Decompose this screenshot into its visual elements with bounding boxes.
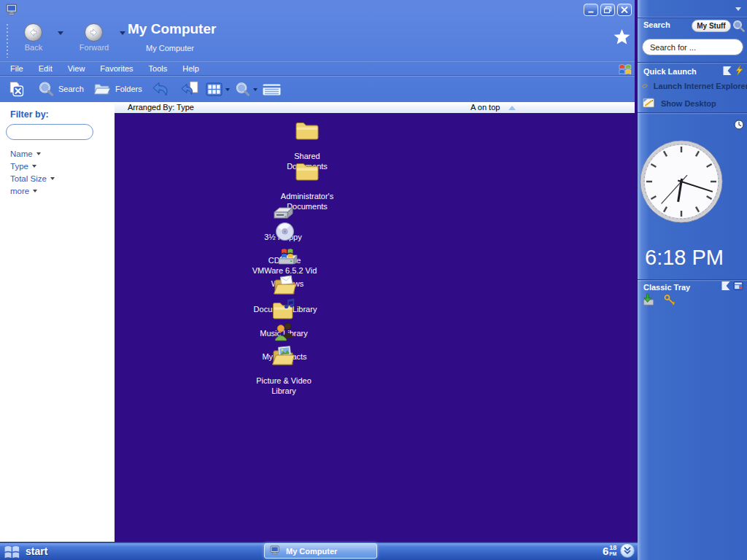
file-item: Picture & VideoLibrary (115, 113, 635, 542)
search-button[interactable]: Search (38, 81, 84, 97)
magnifier-icon (235, 82, 250, 97)
toolbar-grip[interactable] (7, 24, 8, 58)
taskbar-clock-ampm: PM (609, 551, 616, 556)
back-dropdown-icon[interactable] (58, 31, 63, 35)
page-title: My Computer (128, 21, 216, 37)
desktop: Back Forward My Computer My Computer Fil… (0, 0, 747, 560)
sidebar-search-icon (732, 20, 745, 35)
sidebar-menu-arrow-icon[interactable] (735, 7, 741, 11)
show-desktop-icon (642, 97, 655, 109)
folders-button-label: Folders (115, 85, 142, 93)
taskbar-clock[interactable]: 6 18 PM (603, 543, 616, 559)
sort-order-label[interactable]: A on top (471, 102, 500, 113)
filter-input[interactable] (6, 124, 93, 140)
panel-icon[interactable] (721, 281, 732, 291)
navigation-band: Back Forward My Computer My Computer (0, 20, 635, 61)
list-header-bar: Arranged By: Type A on top (115, 102, 635, 113)
details-view-button[interactable] (262, 83, 282, 96)
dropdown-caret-icon (50, 177, 55, 180)
keys-tray-icon[interactable] (663, 294, 678, 306)
folders-icon (93, 82, 111, 96)
forward-arrow-icon (88, 27, 99, 38)
filter-panel-title: Filter by: (10, 109, 49, 120)
sidebar-search-input[interactable] (642, 39, 743, 55)
search-button-label: Search (58, 85, 84, 93)
taskbar-clock-minute: 18 (609, 545, 616, 551)
views-dropdown-icon[interactable] (225, 88, 230, 91)
lightning-icon[interactable] (735, 65, 744, 76)
tray-window-icon[interactable] (733, 281, 744, 291)
taskbar-clock-hour: 6 (603, 543, 608, 559)
task-button-label: My Computer (286, 547, 337, 556)
analog-clock[interactable] (639, 139, 724, 224)
views-button[interactable] (206, 82, 230, 96)
computer-icon (270, 545, 281, 556)
computer-icon (6, 4, 19, 20)
filter-link-more[interactable]: more (10, 187, 55, 195)
dropdown-caret-icon (32, 165, 36, 168)
views-icon (206, 82, 222, 96)
menu-tools[interactable]: Tools (149, 64, 168, 73)
quick-launch-item-show-desktop[interactable]: Show Desktop (642, 97, 747, 109)
close-button[interactable] (617, 4, 632, 16)
forward-button[interactable] (85, 23, 103, 42)
details-view-icon (262, 83, 282, 96)
back-button-label: Back (12, 43, 55, 52)
back-arrow-icon (28, 27, 39, 38)
move-to-icon (179, 80, 200, 98)
mini-clock-icon[interactable] (734, 120, 744, 133)
close-pane-button[interactable] (8, 81, 24, 97)
menu-edit[interactable]: Edit (39, 64, 53, 73)
dropdown-caret-icon (36, 152, 41, 155)
sidebar-top-strip (638, 0, 747, 18)
undo-arrow-icon (152, 80, 171, 98)
menu-help[interactable]: Help (182, 64, 199, 73)
menu-favorites[interactable]: Favorites (100, 64, 133, 73)
clock-time-text: 6:18 PM (638, 246, 731, 270)
search-tool-button[interactable] (235, 82, 258, 97)
search-icon (38, 81, 54, 97)
folder-pictures-icon[interactable] (271, 345, 297, 367)
start-button[interactable]: start (0, 542, 47, 560)
green-arrow-tray-icon[interactable] (642, 293, 655, 306)
taskbar: start My Computer 6 18 PM (0, 542, 638, 560)
filter-link-total-size[interactable]: Total Size (10, 174, 55, 183)
favorites-star-icon[interactable] (614, 28, 630, 47)
title-bar[interactable] (0, 0, 635, 20)
menu-view[interactable]: View (68, 64, 85, 73)
classic-tray-header: Classic Tray (643, 283, 690, 292)
file-list: SharedDocumentsAdministrator'sDocuments3… (115, 113, 635, 542)
toolbar: Search Folders (0, 75, 635, 102)
close-pane-icon (8, 81, 24, 97)
my-computer-window: Back Forward My Computer My Computer Fil… (0, 0, 635, 542)
sidebar-search-header: Search (643, 20, 670, 29)
restore-button[interactable] (600, 4, 615, 16)
filter-link-name[interactable]: Name (10, 149, 55, 158)
my-stuff-button[interactable]: My Stuff (692, 20, 731, 32)
filter-link-type[interactable]: Type (10, 162, 55, 171)
minimize-button[interactable] (584, 4, 598, 16)
quick-launch-label: Show Desktop (661, 99, 716, 108)
sidebar: Search My Stuff Quick Launch e Launch In… (638, 0, 747, 560)
start-button-label: start (26, 545, 47, 557)
panel-icon[interactable] (722, 66, 733, 76)
sidebar-divider (638, 62, 747, 64)
sort-ascending-icon[interactable] (508, 106, 516, 110)
move-to-button[interactable] (179, 80, 200, 98)
menu-bar: FileEditViewFavoritesToolsHelp (0, 61, 635, 75)
task-button-my-computer[interactable]: My Computer (264, 543, 377, 559)
menu-file[interactable]: File (10, 64, 23, 73)
taskbar-chevron-button[interactable] (620, 543, 635, 558)
forward-dropdown-icon[interactable] (120, 31, 125, 35)
undo-arrow-button[interactable] (152, 80, 171, 98)
arranged-by-label[interactable]: Arranged By: Type (128, 102, 194, 113)
quick-launch-header-icons (722, 65, 744, 76)
search-tool-dropdown-icon[interactable] (253, 88, 258, 91)
dropdown-caret-icon (33, 190, 37, 192)
folders-button[interactable]: Folders (93, 82, 142, 96)
file-item-label[interactable]: Picture & VideoLibrary (236, 376, 331, 396)
quick-launch-item-internet-explorer[interactable]: e Launch Internet Explorer (642, 79, 747, 93)
sidebar-divider (638, 112, 747, 114)
double-chevron-down-icon (622, 545, 632, 556)
back-button[interactable] (24, 23, 42, 42)
